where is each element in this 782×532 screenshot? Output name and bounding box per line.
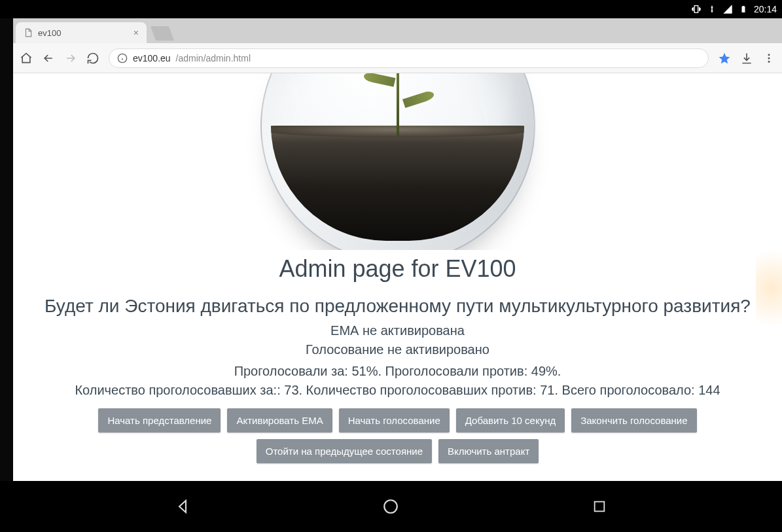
nav-back-icon[interactable] bbox=[173, 497, 192, 516]
vote-question: Будет ли Эстония двигаться по предложенн… bbox=[17, 296, 778, 317]
hero-image bbox=[17, 73, 778, 250]
start-show-button[interactable]: Начать представление bbox=[98, 408, 221, 433]
back-icon[interactable] bbox=[42, 52, 55, 65]
chrome-window: ev100 × ev100.eu/admin/admin.html bbox=[13, 18, 782, 481]
browser-tab[interactable]: ev100 × bbox=[16, 22, 147, 43]
close-tab-icon[interactable]: × bbox=[133, 27, 139, 38]
admin-button-row: Начать представление Активировать ЕМА На… bbox=[17, 408, 778, 463]
android-nav-bar bbox=[0, 481, 782, 532]
start-vote-button[interactable]: Начать голосование bbox=[339, 408, 450, 433]
activate-ema-button[interactable]: Активировать ЕМА bbox=[227, 408, 332, 433]
page-icon bbox=[24, 28, 33, 37]
svg-point-2 bbox=[768, 57, 770, 59]
url-path: /admin/admin.html bbox=[176, 53, 251, 63]
tab-strip: ev100 × bbox=[13, 18, 782, 43]
rollback-button[interactable]: Отойти на предыдущее состояние bbox=[257, 439, 432, 463]
page-title: Admin page for EV100 bbox=[279, 255, 516, 283]
status-clock: 20:14 bbox=[754, 4, 777, 14]
signal-icon bbox=[722, 4, 733, 14]
nav-recent-icon[interactable] bbox=[590, 497, 609, 516]
reload-icon[interactable] bbox=[86, 52, 99, 65]
home-icon[interactable] bbox=[20, 52, 33, 65]
svg-point-1 bbox=[768, 54, 770, 56]
bookmark-star-icon[interactable] bbox=[718, 52, 731, 65]
vote-status: Голосование не активировано bbox=[306, 342, 489, 357]
address-bar[interactable]: ev100.eu/admin/admin.html bbox=[109, 48, 709, 68]
site-info-icon[interactable] bbox=[117, 53, 128, 63]
vote-count-line: Количество проголосовавших за:: 73. Коли… bbox=[75, 383, 720, 398]
new-tab-button[interactable] bbox=[151, 26, 174, 41]
android-status-bar: 20:14 bbox=[0, 0, 782, 18]
add-10s-button[interactable]: Добавить 10 секунд bbox=[456, 408, 565, 433]
terrarium-illustration bbox=[260, 73, 535, 250]
battery-icon bbox=[738, 4, 749, 14]
download-icon[interactable] bbox=[740, 52, 753, 65]
svg-rect-5 bbox=[594, 502, 604, 512]
menu-icon[interactable] bbox=[762, 52, 775, 65]
network-icon bbox=[707, 4, 717, 14]
ema-status: ЕМА не активирована bbox=[330, 323, 465, 338]
intermission-button[interactable]: Включить антракт bbox=[438, 439, 539, 463]
page-body: Admin page for EV100 Будет ли Эстония дв… bbox=[13, 73, 782, 481]
vibrate-icon bbox=[691, 4, 702, 14]
url-host: ev100.eu bbox=[133, 53, 171, 63]
vote-percent-line: Проголосовали за: 51%. Проголосовали про… bbox=[234, 364, 561, 379]
end-vote-button[interactable]: Закончить голосование bbox=[571, 408, 696, 433]
tab-title: ev100 bbox=[38, 28, 61, 38]
forward-icon bbox=[64, 52, 77, 65]
nav-home-icon[interactable] bbox=[382, 497, 400, 516]
browser-toolbar: ev100.eu/admin/admin.html bbox=[13, 43, 782, 73]
svg-point-4 bbox=[385, 500, 398, 513]
svg-point-3 bbox=[768, 60, 770, 62]
